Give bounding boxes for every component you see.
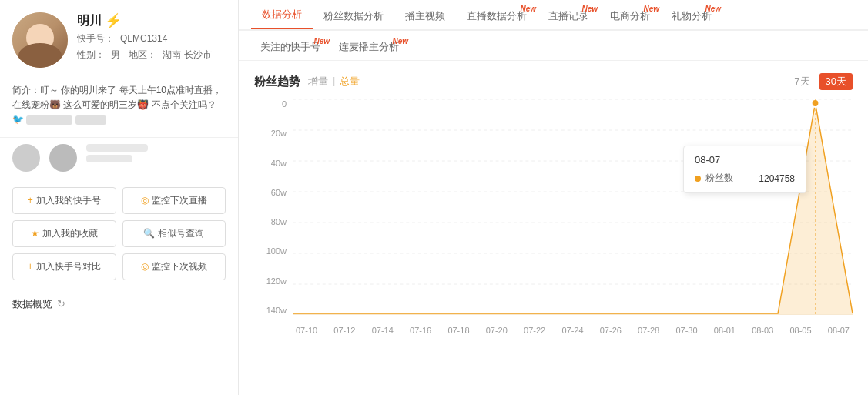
x-label-13: 08-05	[789, 326, 811, 335]
x-label-10: 07-30	[675, 326, 697, 335]
tab-gifts[interactable]: 礼物分析New	[661, 2, 722, 29]
y-axis: 140w 120w 100w 80w 60w 40w 20w 0	[254, 99, 293, 315]
data-overview-text: 数据概览	[12, 297, 52, 311]
search-icon: 🔍	[143, 228, 155, 239]
similar-search-label: 相似号查询	[158, 227, 204, 240]
y-label-6: 120w	[254, 276, 293, 286]
tooltip-fan-label: 粉丝数	[705, 172, 754, 185]
monitor-video-label: 监控下次视频	[152, 260, 207, 273]
date-30-button[interactable]: 30天	[819, 73, 853, 90]
x-label-4: 07-18	[447, 326, 469, 335]
x-label-6: 07-22	[524, 326, 545, 335]
tab-gifts-new: New	[705, 5, 721, 13]
y-label-1: 20w	[254, 129, 293, 138]
region-value: 湖南 长沙市	[163, 49, 211, 60]
monitor2-icon: ◎	[141, 261, 149, 272]
profile-gender-region: 性别：男 地区：湖南 长沙市	[77, 49, 226, 62]
x-axis: 07-10 07-12 07-14 07-16 07-18 07-20 07-2…	[293, 315, 853, 346]
action-buttons: +加入我的快手号 ◎监控下次直播 ★加入我的收藏 🔍相似号查询 +加入快手号对比…	[0, 178, 238, 290]
tab-live-records[interactable]: 直播记录New	[538, 2, 599, 29]
region-label: 地区：	[129, 49, 156, 60]
toggle-increase[interactable]: 增量	[308, 75, 328, 89]
main-content: 数据分析 粉丝数据分析 播主视频 直播数据分析New 直播记录New 电商分析N…	[239, 0, 868, 395]
add-kuaishou-button[interactable]: +加入我的快手号	[12, 187, 116, 214]
x-label-2: 07-14	[372, 326, 394, 335]
tooltip-date: 08-07	[695, 154, 795, 166]
data-overview-label: 数据概览 ↻	[0, 290, 238, 311]
chart-container: 140w 120w 100w 80w 60w 40w 20w 0	[254, 99, 853, 346]
add-collect-button[interactable]: ★加入我的收藏	[12, 220, 116, 247]
tab-streamer-video[interactable]: 播主视频	[394, 2, 456, 29]
toggle-divider: |	[333, 75, 335, 89]
sub-tabs-row: 关注的快手号 New 连麦播主分析 New	[239, 31, 868, 61]
add-compare-button[interactable]: +加入快手号对比	[12, 253, 116, 280]
monitor-icon: ◎	[141, 195, 149, 206]
add-kuaishou-label: 加入我的快手号	[36, 194, 101, 207]
x-label-7: 07-24	[561, 326, 583, 335]
tab-live-data-new: New	[520, 5, 536, 13]
chart-toggle: 增量 | 总量	[308, 75, 360, 89]
tab-ecommerce-new: New	[643, 5, 659, 13]
bio-text: 简介：叮～ 你的明川来了 每天上午10点准时直播，在线宠粉🐻 这么可爱的明三岁👹…	[12, 85, 222, 125]
star-icon: ★	[31, 228, 39, 239]
chart-svg	[293, 99, 853, 315]
y-label-7: 140w	[254, 306, 293, 315]
sub-tab-collab[interactable]: 连麦播主分析 New	[330, 35, 408, 60]
sub-tab-following-new: New	[313, 37, 330, 45]
sub-tab-collab-new: New	[392, 37, 408, 45]
x-label-5: 07-20	[486, 326, 508, 335]
plus-icon: +	[28, 195, 33, 206]
chart-inner	[293, 99, 853, 315]
similar-search-button[interactable]: 🔍相似号查询	[122, 220, 226, 247]
monitor-live-button[interactable]: ◎监控下次直播	[122, 187, 226, 214]
y-label-4: 80w	[254, 217, 293, 226]
tooltip-fans-row: 粉丝数 1204758	[695, 172, 795, 185]
avatar	[12, 12, 68, 68]
tab-fans-data[interactable]: 粉丝数据分析	[313, 2, 394, 29]
monitor-live-label: 监控下次直播	[152, 194, 207, 207]
add-compare-label: 加入快手号对比	[36, 260, 101, 273]
toggle-total[interactable]: 总量	[340, 75, 360, 89]
sidebar: 明川 ⚡ 快手号：QLMC1314 性别：男 地区：湖南 长沙市 简介：叮～ 你…	[0, 0, 239, 395]
x-label-1: 07-12	[333, 326, 355, 335]
profile-bio: 简介：叮～ 你的明川来了 每天上午10点准时直播，在线宠粉🐻 这么可爱的明三岁👹…	[0, 77, 238, 138]
profile-id: 快手号：QLMC1314	[77, 32, 226, 45]
tabs-row: 数据分析 粉丝数据分析 播主视频 直播数据分析New 直播记录New 电商分析N…	[239, 0, 868, 31]
name-text: 明川	[77, 13, 102, 29]
profile-info: 明川 ⚡ 快手号：QLMC1314 性别：男 地区：湖南 长沙市	[77, 12, 226, 62]
monitor-video-button[interactable]: ◎监控下次视频	[122, 253, 226, 280]
x-label-0: 07-10	[296, 326, 317, 335]
add-collect-label: 加入我的收藏	[42, 227, 98, 240]
social-row	[0, 138, 238, 178]
tab-data-analysis[interactable]: 数据分析	[251, 0, 313, 29]
y-label-5: 100w	[254, 246, 293, 256]
date-7-button[interactable]: 7天	[788, 73, 816, 90]
x-label-9: 07-28	[638, 326, 659, 335]
profile-name: 明川 ⚡	[77, 12, 226, 29]
svg-marker-8	[293, 103, 853, 315]
refresh-icon[interactable]: ↻	[57, 298, 65, 310]
tooltip-dot	[695, 176, 701, 182]
chart-header: 粉丝趋势 增量 | 总量 7天 30天	[254, 73, 853, 90]
id-value: QLMC1314	[120, 33, 167, 44]
y-label-2: 40w	[254, 159, 293, 168]
plus2-icon: +	[28, 261, 33, 272]
x-label-11: 08-01	[714, 326, 736, 335]
gender-label: 性别：	[77, 49, 105, 60]
x-label-3: 07-16	[410, 326, 431, 335]
chart-title-group: 粉丝趋势 增量 | 总量	[254, 75, 360, 89]
id-label: 快手号：	[77, 33, 114, 44]
tab-live-records-new: New	[581, 5, 598, 13]
x-label-12: 08-03	[752, 326, 773, 335]
tab-ecommerce[interactable]: 电商分析New	[599, 2, 661, 29]
y-label-3: 60w	[254, 188, 293, 197]
chart-title: 粉丝趋势	[254, 75, 300, 89]
date-toggle: 7天 30天	[788, 73, 853, 90]
x-label-8: 07-26	[600, 326, 622, 335]
chart-tooltip: 08-07 粉丝数 1204758	[683, 146, 806, 193]
sub-tab-following[interactable]: 关注的快手号 New	[251, 35, 330, 60]
tab-live-data[interactable]: 直播数据分析New	[456, 2, 538, 29]
y-label-0: 0	[254, 99, 293, 109]
profile-section: 明川 ⚡ 快手号：QLMC1314 性别：男 地区：湖南 长沙市	[0, 0, 238, 77]
chart-area: 粉丝趋势 增量 | 总量 7天 30天 140w 120w 100w	[239, 61, 868, 395]
